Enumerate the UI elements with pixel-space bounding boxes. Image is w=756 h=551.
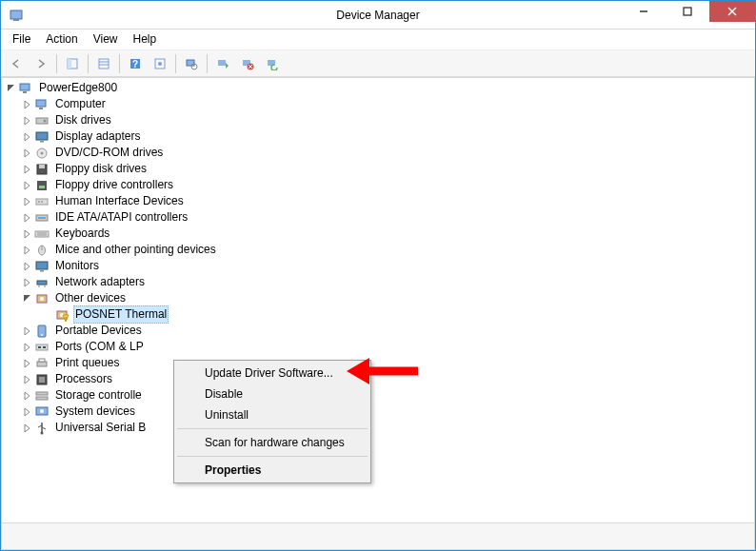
back-button[interactable] xyxy=(5,52,28,75)
toolbar-separator xyxy=(88,54,89,73)
svg-rect-41 xyxy=(38,217,46,219)
tree-category[interactable]: Keyboards xyxy=(6,226,750,242)
expand-icon[interactable] xyxy=(22,99,33,110)
menu-file[interactable]: File xyxy=(5,30,38,49)
tree-category[interactable]: Mice and other pointing devices xyxy=(6,242,750,258)
enable-button[interactable] xyxy=(261,52,284,75)
floppy-icon xyxy=(34,162,50,177)
maximize-button[interactable] xyxy=(666,1,709,22)
tree-category[interactable]: Portable Devices xyxy=(6,323,750,339)
context-menu-item[interactable]: Disable xyxy=(176,384,368,404)
tree-category[interactable]: Other devices xyxy=(6,290,750,306)
expand-icon[interactable] xyxy=(22,406,33,418)
expand-icon[interactable] xyxy=(22,277,33,288)
printer-icon xyxy=(34,356,50,371)
expand-icon[interactable] xyxy=(22,390,33,402)
context-menu-item[interactable]: Update Driver Software... xyxy=(176,363,368,384)
context-menu-separator xyxy=(177,456,368,457)
svg-point-53 xyxy=(40,297,44,301)
toolbar: ? xyxy=(1,50,755,77)
expand-icon[interactable] xyxy=(22,245,33,256)
close-button[interactable] xyxy=(709,1,755,22)
tree-category[interactable]: Human Interface Devices xyxy=(6,193,750,209)
help-button[interactable]: ? xyxy=(124,52,147,75)
svg-rect-62 xyxy=(37,362,47,366)
svg-rect-65 xyxy=(39,377,45,383)
menu-view[interactable]: View xyxy=(86,30,126,49)
scan-button[interactable] xyxy=(180,52,203,75)
svg-rect-3 xyxy=(684,8,691,15)
context-menu-item[interactable]: Scan for hardware changes xyxy=(176,432,368,453)
tree-root-label: PowerEdge800 xyxy=(37,80,119,96)
tree-category-label: Mice and other pointing devices xyxy=(53,242,218,258)
svg-point-32 xyxy=(41,151,44,154)
device-tree[interactable]: PowerEdge800ComputerDisk drivesDisplay a… xyxy=(2,78,754,522)
svg-rect-60 xyxy=(38,346,41,348)
expand-icon[interactable] xyxy=(22,423,33,434)
svg-text:?: ? xyxy=(132,59,138,69)
context-menu-item[interactable]: Uninstall xyxy=(176,404,368,425)
collapse-icon[interactable] xyxy=(22,293,33,305)
expand-icon[interactable] xyxy=(22,180,33,191)
forward-button[interactable] xyxy=(30,52,52,75)
disk-icon xyxy=(34,113,50,128)
expand-icon[interactable] xyxy=(22,342,33,353)
svg-point-58 xyxy=(41,334,43,336)
svg-rect-48 xyxy=(40,270,44,272)
tree-category[interactable]: DVD/CD-ROM drives xyxy=(6,145,750,161)
properties-button[interactable] xyxy=(92,52,115,75)
minimize-button[interactable] xyxy=(622,1,666,22)
expand-icon[interactable] xyxy=(22,148,33,159)
menu-help[interactable]: Help xyxy=(126,30,165,49)
svg-point-39 xyxy=(41,201,43,203)
update-driver-button[interactable] xyxy=(211,52,234,75)
menu-action[interactable]: Action xyxy=(38,30,85,49)
expand-icon[interactable] xyxy=(22,212,33,224)
window-title: Device Manager xyxy=(336,9,419,22)
svg-point-38 xyxy=(38,201,40,203)
svg-rect-8 xyxy=(99,59,109,69)
tree-category[interactable]: Disk drives xyxy=(6,112,750,128)
svg-rect-49 xyxy=(37,281,47,285)
uninstall-button[interactable] xyxy=(236,52,259,75)
usb-icon xyxy=(34,421,50,436)
svg-rect-29 xyxy=(36,132,48,140)
tree-category[interactable]: Floppy disk drives xyxy=(6,161,750,177)
svg-rect-63 xyxy=(39,359,45,362)
tree-root[interactable]: PowerEdge800 xyxy=(6,80,750,96)
tree-category-label: Keyboards xyxy=(53,226,111,242)
tree-category[interactable]: Universal Serial B xyxy=(6,420,750,436)
svg-rect-24 xyxy=(23,91,27,93)
expand-icon[interactable] xyxy=(22,261,33,272)
expand-icon[interactable] xyxy=(22,374,33,385)
display-icon xyxy=(34,129,50,145)
expand-icon[interactable] xyxy=(22,358,33,369)
tree-category[interactable]: Computer xyxy=(6,96,750,112)
expand-icon[interactable] xyxy=(22,196,33,207)
tree-category[interactable]: Monitors xyxy=(6,258,750,274)
tree-category-label: System devices xyxy=(53,403,137,420)
tree-category-label: Display adapters xyxy=(53,128,142,145)
tree-category[interactable]: IDE ATA/ATAPI controllers xyxy=(6,209,750,226)
other-icon xyxy=(34,291,50,306)
tree-category[interactable]: System devices xyxy=(6,403,750,420)
port-icon xyxy=(34,340,50,355)
expand-icon[interactable] xyxy=(22,131,33,143)
tree-category-label: Floppy disk drives xyxy=(53,161,149,177)
expand-icon[interactable] xyxy=(22,115,33,127)
tree-category[interactable]: Network adapters xyxy=(6,274,750,290)
expand-icon[interactable] xyxy=(22,228,33,240)
expand-icon[interactable] xyxy=(22,325,33,337)
svg-rect-26 xyxy=(39,108,43,109)
tree-category[interactable]: Floppy drive controllers xyxy=(6,177,750,193)
show-hide-button[interactable] xyxy=(61,52,84,75)
collapse-icon[interactable] xyxy=(6,83,17,94)
expand-icon[interactable] xyxy=(22,164,33,175)
tree-category-label: Monitors xyxy=(53,258,101,274)
keyboard-icon xyxy=(34,226,50,242)
action-button[interactable] xyxy=(149,52,171,75)
tree-device[interactable]: !POSNET Thermal xyxy=(6,306,750,323)
context-menu-item[interactable]: Properties xyxy=(176,460,368,481)
tree-category[interactable]: Display adapters xyxy=(6,128,750,145)
svg-rect-0 xyxy=(10,10,22,19)
